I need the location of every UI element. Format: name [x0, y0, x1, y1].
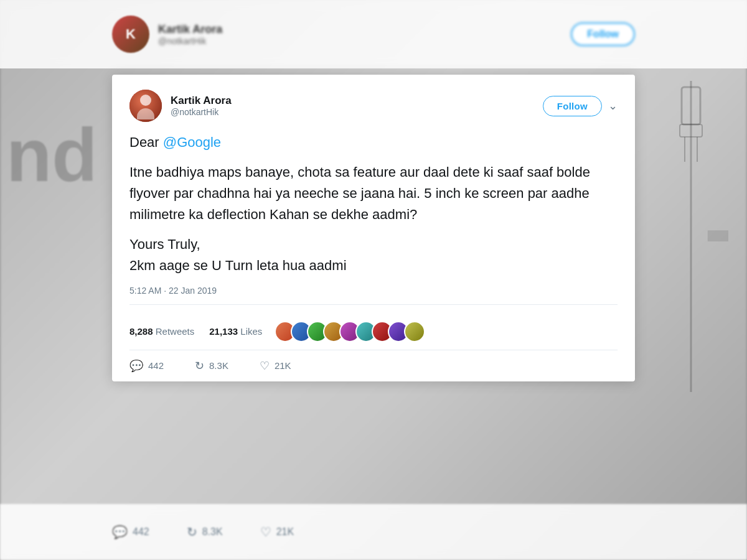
likes-label: Likes — [240, 326, 262, 337]
tweet-sign-off: 2km aage se U Turn leta hua aadmi — [129, 258, 347, 273]
retweet-action[interactable]: ↻ 8.3K — [195, 359, 228, 373]
reply-icon: 💬 — [129, 359, 143, 373]
likes-stat: 21,133 Likes — [209, 326, 262, 337]
top-bar-user: K Kartik Arora @notkartHik — [112, 16, 222, 53]
user-info: Kartik Arora @notkartHik — [171, 95, 232, 117]
bottom-bar: 💬 442 ↻ 8.3K ♡ 21K — [0, 504, 747, 560]
tweet-text-paragraph1: Dear @Google — [129, 132, 618, 153]
reply-action[interactable]: 💬 442 — [129, 359, 164, 373]
top-bar-name: Kartik Arora — [158, 23, 222, 36]
top-bar-follow-button[interactable]: Follow — [571, 22, 635, 46]
like-count: 21K — [275, 360, 291, 371]
background-sketch-right: T — [654, 81, 728, 392]
liker-avatar-9 — [404, 321, 425, 342]
retweet-count: 8.3K — [209, 360, 228, 371]
tweet-header: Kartik Arora @notkartHik Follow ⌄ — [129, 90, 618, 122]
tweet-user-info: Kartik Arora @notkartHik — [129, 90, 232, 122]
bottom-reply-count: 442 — [133, 526, 149, 538]
top-bar-avatar: K — [112, 16, 149, 53]
user-handle[interactable]: @notkartHik — [171, 107, 232, 117]
tweet-header-actions: Follow ⌄ — [543, 96, 618, 116]
reply-count: 442 — [148, 360, 164, 371]
svg-text:T: T — [707, 208, 728, 320]
retweets-stat: 8,288 Retweets — [129, 326, 194, 337]
avatar — [129, 90, 162, 122]
top-bar-handle: @notkartHik — [158, 36, 222, 46]
bottom-retweet-count: 8.3K — [202, 526, 223, 538]
tweet-stats: 8,288 Retweets 21,133 Likes — [129, 314, 618, 350]
bottom-like: ♡ 21K — [260, 525, 294, 539]
heart-icon: ♡ — [260, 359, 270, 373]
likes-count: 21,133 — [209, 326, 238, 337]
bottom-reply-icon: 💬 — [112, 525, 128, 539]
tweet-actions: 💬 442 ↻ 8.3K ♡ 21K — [129, 350, 618, 381]
retweets-label: Retweets — [156, 326, 195, 337]
bottom-reply: 💬 442 — [112, 525, 149, 539]
tweet-card: Kartik Arora @notkartHik Follow ⌄ Dear @… — [112, 75, 635, 381]
bottom-like-count: 21K — [276, 526, 294, 538]
follow-button[interactable]: Follow — [543, 96, 602, 116]
top-bar: K Kartik Arora @notkartHik Follow — [0, 0, 747, 68]
tweet-text-paragraph3: Yours Truly, 2km aage se U Turn leta hua… — [129, 234, 618, 276]
tweet-mention-google[interactable]: @Google — [163, 134, 221, 150]
tweet-body: Dear @Google Itne badhiya maps banaye, c… — [129, 132, 618, 277]
tweet-timestamp: 5:12 AM · 22 Jan 2019 — [129, 286, 618, 305]
top-bar-info: Kartik Arora @notkartHik — [158, 23, 222, 46]
bottom-retweet: ↻ 8.3K — [187, 525, 223, 539]
bottom-retweet-icon: ↻ — [187, 525, 197, 539]
avatar-image — [129, 90, 162, 122]
tweet-text-paragraph2: Itne badhiya maps banaye, chota sa featu… — [129, 162, 618, 225]
retweet-icon: ↻ — [195, 359, 204, 373]
top-bar-right: Follow — [571, 22, 635, 46]
like-action[interactable]: ♡ 21K — [260, 359, 291, 373]
likers-avatars — [275, 321, 425, 342]
tweet-dear-text: Dear — [129, 134, 163, 150]
chevron-down-icon[interactable]: ⌄ — [608, 99, 618, 113]
bottom-heart-icon: ♡ — [260, 525, 271, 539]
tweet-yours-truly: Yours Truly, — [129, 236, 200, 252]
retweets-count: 8,288 — [129, 326, 153, 337]
user-name[interactable]: Kartik Arora — [171, 95, 232, 107]
